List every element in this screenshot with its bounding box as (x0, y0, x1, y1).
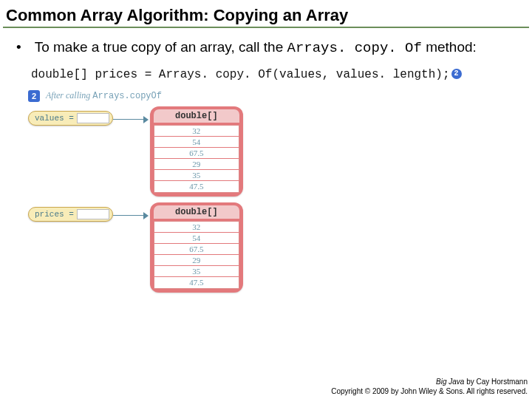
values-array: double[] 32 54 67.5 29 35 47.5 (150, 106, 243, 197)
step-badge: 2 (28, 90, 40, 102)
author: by Cay Horstmann (464, 378, 528, 386)
footer-line2: Copyright © 2009 by John Wiley & Sons. A… (331, 386, 528, 396)
bullet-text: To make a true copy of an array, call th… (35, 38, 477, 58)
diagram-caption: 2 After calling Arrays.copyOf (28, 90, 309, 102)
values-label: values = (35, 114, 74, 123)
arrow-icon (113, 208, 150, 223)
array-cell: 29 (154, 255, 239, 266)
bullet-text-2: method: (422, 39, 477, 55)
bullet-text-1: To make a true copy of an array, call th… (35, 39, 287, 55)
diagram: 2 After calling Arrays.copyOf values = d… (28, 90, 309, 293)
array-cell: 47.5 (154, 277, 239, 288)
array-cell: 54 (154, 233, 239, 244)
array-cell: 35 (154, 266, 239, 277)
prices-row: prices = double[] 32 54 67.5 29 35 47.5 (28, 202, 309, 293)
array-cell: 35 (154, 170, 239, 181)
array-cell: 67.5 (154, 244, 239, 255)
caption-text: After calling Arrays.copyOf (46, 90, 162, 101)
bullet-marker: • (16, 38, 21, 58)
caption-prefix: After calling (46, 90, 92, 100)
code-text: double[] prices = Arrays. copy. Of(value… (31, 68, 450, 81)
prices-array: double[] 32 54 67.5 29 35 47.5 (150, 202, 243, 293)
footer-line1: Big Java by Cay Horstmann (331, 377, 528, 386)
prices-cells: 32 54 67.5 29 35 47.5 (154, 221, 239, 289)
bullet-item: • To make a true copy of an array, call … (0, 38, 532, 58)
values-cells: 32 54 67.5 29 35 47.5 (154, 125, 239, 193)
prices-ref-box (77, 209, 109, 219)
array-cell: 32 (154, 126, 239, 137)
prices-var-pill: prices = (28, 207, 113, 222)
caption-code: Arrays.copyOf (92, 91, 162, 101)
arrow-icon (113, 112, 150, 127)
bullet-code: Arrays. copy. Of (287, 40, 421, 56)
array-type-label: double[] (154, 205, 239, 219)
values-ref-box (77, 113, 109, 123)
array-cell: 29 (154, 159, 239, 170)
footer: Big Java by Cay Horstmann Copyright © 20… (331, 377, 528, 396)
slide-title: Common Array Algorithm: Copying an Array (0, 0, 532, 27)
step-badge-inline: 2 (451, 69, 462, 79)
array-type-label: double[] (154, 109, 239, 123)
array-cell: 54 (154, 137, 239, 148)
array-cell: 67.5 (154, 148, 239, 159)
array-cell: 47.5 (154, 181, 239, 192)
array-cell: 32 (154, 222, 239, 233)
book-title: Big Java (436, 378, 464, 386)
values-row: values = double[] 32 54 67.5 29 35 47.5 (28, 106, 309, 197)
prices-label: prices = (35, 210, 74, 219)
values-var-pill: values = (28, 111, 113, 126)
code-line: double[] prices = Arrays. copy. Of(value… (0, 58, 532, 89)
title-underline (3, 27, 529, 28)
